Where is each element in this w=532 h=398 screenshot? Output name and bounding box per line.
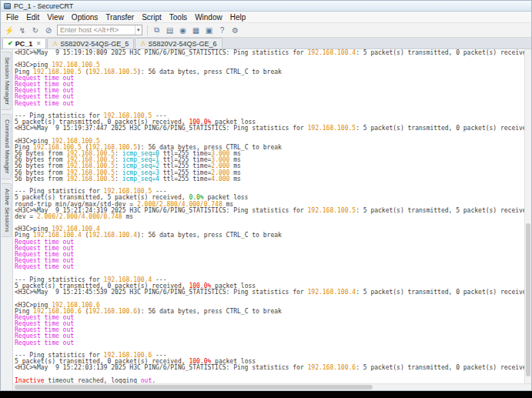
pane-tab-session-manager[interactable]: Session Manager: [2, 52, 12, 110]
terminal-text-segment: : 5 packet(s) transmitted, 0 packet(s) r…: [356, 289, 524, 296]
close-tab-icon[interactable]: ×: [36, 39, 41, 48]
options-icon[interactable]: ⚙: [229, 25, 242, 36]
copy-icon[interactable]: ⧉: [151, 25, 163, 36]
menu-transfer[interactable]: Transfer: [102, 12, 138, 23]
menu-help[interactable]: Help: [226, 12, 250, 23]
terminal-line: Ping 192.168.100.4 (192.168.100.4): 56 d…: [15, 232, 524, 239]
print-icon[interactable]: ▦: [190, 25, 202, 36]
terminal-text-segment: 192.168.100.5: [89, 69, 137, 75]
terminal-text-segment: (: [82, 69, 89, 75]
terminal-line: 56 bytes from 192.168.100.5: icmp_seq=4 …: [15, 176, 524, 182]
terminal-text-segment: icmp_seq=4: [122, 176, 159, 182]
quick-connect-icon[interactable]: ↯: [16, 25, 28, 36]
session-tab-bar: ✔PC_1×⚠S5820V2-54QS-GE_5⚠S5820V2-54QS-GE…: [1, 38, 531, 49]
screen-bottom-strip: [0, 391, 532, 398]
terminal-row: <H3C>%May 9 15:19:19:809 2025 H3C PING/6…: [13, 49, 531, 383]
terminal-line: Request time out: [15, 321, 524, 327]
connected-icon: ✔: [8, 40, 13, 48]
terminal-text-segment: <H3C>%May 9 15:19:19:809 2025 H3C PING/6…: [15, 49, 308, 56]
terminal-text-segment: ): 56 data bytes, press CTRL_C to break: [137, 232, 282, 239]
terminal-text-segment: 192.168.100.5: [308, 207, 356, 214]
terminal-line: Request time out: [15, 246, 524, 252]
terminal-text-segment: 192.168.100.6: [308, 364, 356, 371]
terminal-text-segment: 192.168.100.4: [89, 232, 137, 239]
terminal-text-segment: Inactive: [15, 377, 45, 383]
host-combo-arrow-icon[interactable]: ▾: [135, 25, 142, 35]
terminal-text-segment: 2.000/2.800/4.000/0.748: [37, 213, 122, 220]
terminal-text-segment: 192.168.100.5: [66, 176, 115, 182]
horizontal-scrollbar[interactable]: [13, 383, 531, 390]
window-title: PC_1 - SecureCRT: [14, 1, 73, 12]
pane-tab-command-manager[interactable]: Command Manager: [2, 114, 12, 179]
terminal-text-segment: : 5 packet(s) transmitted, 0 packet(s) r…: [356, 125, 524, 132]
menu-window[interactable]: Window: [191, 12, 226, 23]
securecrt-window: PC_1 - SecureCRT FileEditViewOptionsTran…: [0, 0, 532, 391]
terminal-text-segment: : 5 packet(s) transmitted, 5 packet(s) r…: [356, 207, 524, 214]
terminal-text-segment: 192.168.100.5: [308, 125, 356, 132]
terminal-text-segment: timeout reached, logging: [45, 377, 141, 383]
menu-options[interactable]: Options: [68, 12, 102, 23]
terminal-text-segment: : 5 packet(s) transmitted, 0 packet(s) r…: [356, 364, 524, 371]
terminal-text-segment: <H3C>%May 9 15:19:37:447 2025 H3C PING/6…: [15, 125, 308, 132]
terminal-line: Request time out: [15, 75, 524, 82]
terminal-line: Ping 192.168.100.5 (192.168.100.5): 56 d…: [15, 69, 524, 75]
help-icon[interactable]: ?: [216, 25, 229, 36]
terminal-line: Request time out: [15, 264, 524, 270]
session-tab-pc-1[interactable]: ✔PC_1×: [2, 38, 46, 48]
terminal-text-segment: ): 56 data bytes, press CTRL_C to break: [137, 69, 282, 75]
menu-script[interactable]: Script: [138, 12, 166, 23]
toolbar-left-icons: ⚡↯↻⊘: [3, 25, 55, 36]
horizontal-scrollbar-thumb[interactable]: [15, 385, 373, 390]
toolbar: ⚡↯↻⊘ ▾ ⧉▤◉▦▣?⚙: [1, 23, 531, 38]
terminal-line: Request time out: [15, 94, 524, 100]
terminal-text-segment: <H3C>%May 9 15:21:45:539 2025 H3C PING/6…: [15, 289, 308, 296]
host-combo: ▾: [57, 25, 142, 35]
disconnect-icon[interactable]: ⊘: [42, 25, 55, 36]
terminal-line: Request time out: [15, 252, 524, 258]
toolbar-separator: [147, 25, 148, 35]
find-icon[interactable]: ◉: [177, 25, 189, 36]
terminal-line: Request time out: [15, 82, 524, 88]
session-log-icon[interactable]: ▣: [203, 25, 216, 36]
terminal-text-segment: out: [141, 377, 152, 383]
terminal-text-segment: .: [152, 377, 156, 383]
connect-icon[interactable]: ⚡: [3, 25, 15, 36]
menu-view[interactable]: View: [43, 12, 68, 23]
terminal-line: <H3C>%May 9 15:21:45:539 2025 H3C PING/6…: [15, 289, 524, 296]
title-bar[interactable]: PC_1 - SecureCRT: [1, 1, 531, 12]
terminal-text-segment: (: [82, 308, 89, 315]
menu-tools[interactable]: Tools: [166, 12, 191, 23]
terminal-text-segment: Request time out: [15, 263, 74, 270]
terminal-text-segment: 56 bytes from: [15, 176, 66, 182]
reconnect-icon[interactable]: ↻: [29, 25, 42, 36]
terminal-line: Request time out: [15, 101, 524, 107]
terminal-text-segment: ttl=255 time=: [159, 176, 211, 182]
pane-tab-active-sessions[interactable]: Active Sessions: [2, 183, 12, 237]
terminal-text-segment: 192.168.100.4: [308, 289, 356, 296]
vertical-scrollbar-thumb[interactable]: [526, 223, 530, 377]
vertical-scrollbar[interactable]: [524, 49, 531, 383]
warning-icon: ⚠: [140, 40, 146, 48]
menu-bar: FileEditViewOptionsTransferScriptToolsWi…: [1, 12, 531, 23]
terminal-output[interactable]: <H3C>%May 9 15:19:19:809 2025 H3C PING/6…: [13, 49, 524, 383]
terminal-text-segment: Request time out: [15, 100, 74, 107]
terminal-line: Request time out: [15, 239, 524, 246]
terminal-text-segment: <H3C>%May 9 15:22:03:139 2025 H3C PING/6…: [15, 364, 308, 371]
terminal-text-segment: ): 56 data bytes, press CTRL_C to break: [137, 308, 282, 315]
terminal-text-segment: 4.000: [211, 176, 229, 182]
terminal-text-segment: Request time out: [15, 339, 74, 346]
terminal-text-segment: ms: [122, 213, 133, 220]
paste-icon[interactable]: ▤: [164, 25, 176, 36]
terminal-line: Inactive timeout reached, logging out.: [15, 378, 524, 383]
terminal-line: Ping 192.168.100.6 (192.168.100.6): 56 d…: [15, 309, 524, 315]
session-tab-s5820v2-54qs-ge-6[interactable]: ⚠S5820V2-54QS-GE_6: [135, 38, 222, 48]
terminal-text-segment: ms: [229, 176, 240, 182]
terminal-line: Request time out: [15, 258, 524, 264]
terminal-text-segment: : 5 packet(s) transmitted, 0 packet(s) r…: [356, 49, 524, 56]
session-tab-s5820v2-54qs-ge-5[interactable]: ⚠S5820V2-54QS-GE_5: [47, 38, 134, 48]
host-input[interactable]: [58, 25, 135, 35]
session-tab-label: S5820V2-54QS-GE_6: [148, 40, 216, 48]
menu-edit[interactable]: Edit: [22, 12, 43, 23]
main-area: Session ManagerCommand ManagerActive Ses…: [1, 49, 531, 390]
menu-file[interactable]: File: [2, 12, 22, 23]
